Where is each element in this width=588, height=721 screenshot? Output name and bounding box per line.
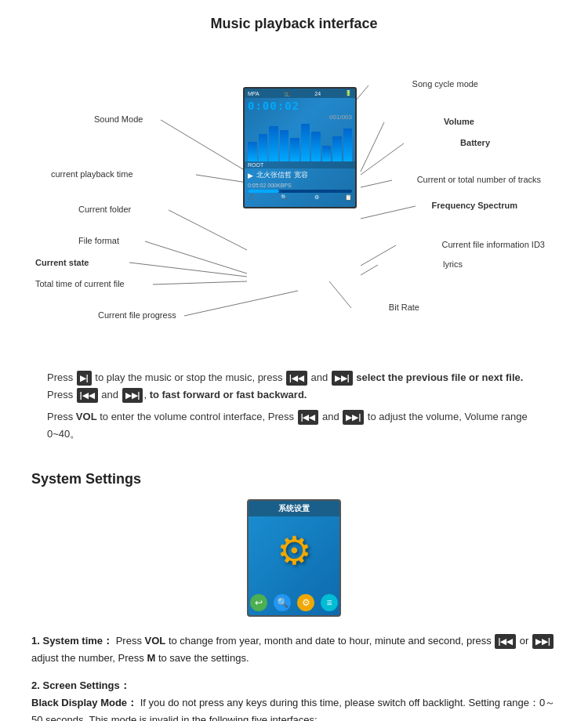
screen-volume-num: 24 bbox=[314, 91, 321, 96]
btn-next2: ▶▶| bbox=[122, 388, 143, 403]
eq-bar-2 bbox=[259, 134, 268, 161]
screen-top-bar: MPA 📺 24 🔋 bbox=[245, 89, 355, 98]
music-playback-title: Music playback interface bbox=[24, 16, 564, 32]
eq-bar-9 bbox=[332, 136, 342, 161]
svg-line-13 bbox=[361, 265, 378, 275]
screen-filename-text: 北火张信哲 宽容 bbox=[256, 170, 308, 180]
eq-bar-8 bbox=[322, 146, 332, 161]
svg-line-8 bbox=[361, 122, 384, 172]
system-item-2: 2. Screen Settings： Black Display Mode： … bbox=[31, 677, 557, 721]
eq-bar-1 bbox=[248, 142, 257, 161]
svg-line-0 bbox=[161, 120, 247, 172]
screen-time: 0:00:02 bbox=[245, 98, 355, 114]
label-freq-spectrum: Frequency Spectrum bbox=[432, 201, 517, 210]
btn-next: ▶▶| bbox=[332, 371, 353, 386]
screen-info-row: 0:05:02 000KBPS bbox=[245, 182, 355, 189]
progress-bar bbox=[248, 190, 352, 193]
equalizer-bars bbox=[245, 122, 355, 161]
btn-vol: VOL bbox=[76, 411, 97, 422]
item1-m-btn: M bbox=[147, 652, 155, 664]
sys-icon-back: ↩ bbox=[250, 594, 267, 611]
screen-icon-3: ⚙ bbox=[314, 194, 319, 201]
system-settings-image: 系统设置 ⚙ ↩ 🔍 ⚙ ≡ bbox=[247, 499, 341, 617]
label-song-cycle: Song cycle mode bbox=[412, 79, 478, 89]
eq-bar-10 bbox=[343, 129, 353, 161]
item1-vol-btn: VOL bbox=[145, 635, 166, 647]
screen-track: 001/003 bbox=[245, 114, 355, 121]
system-section-content: 1. System time： Press VOL to change from… bbox=[24, 632, 564, 721]
label-current-total: Current or total number of tracks bbox=[417, 175, 541, 184]
eq-bar-6 bbox=[301, 124, 310, 161]
sys-bottom-icons: ↩ 🔍 ⚙ ≡ bbox=[250, 594, 338, 611]
label-bit-rate: Bit Rate bbox=[389, 303, 419, 312]
label-total-time: Total time of current file bbox=[35, 279, 125, 288]
screen-file-icon: ▶ bbox=[248, 172, 253, 179]
item1-prev-btn: |◀◀ bbox=[495, 634, 516, 649]
system-settings-title: System Settings bbox=[24, 471, 564, 487]
sys-icon-settings: ⚙ bbox=[297, 594, 314, 611]
eq-bar-5 bbox=[290, 138, 299, 161]
svg-line-2 bbox=[169, 210, 247, 250]
btn-play: ▶| bbox=[77, 371, 92, 386]
instruction-bold-1: select the previous file or next file. bbox=[356, 371, 523, 383]
svg-line-10 bbox=[361, 180, 392, 187]
instructions-area: Press ▶| to play the music or stop the m… bbox=[24, 361, 564, 455]
btn-prev2: |◀◀ bbox=[77, 388, 98, 403]
svg-line-3 bbox=[145, 241, 247, 274]
svg-line-4 bbox=[129, 263, 247, 277]
sys-icon-list: ≡ bbox=[321, 594, 338, 611]
progress-fill bbox=[248, 190, 279, 193]
label-current-playback: current playback time bbox=[51, 169, 133, 179]
sys-title-bar: 系统设置 bbox=[249, 501, 339, 516]
screen-icon-4: 📋 bbox=[345, 194, 352, 201]
eq-bar-4 bbox=[280, 130, 289, 161]
svg-line-11 bbox=[361, 206, 416, 219]
label-file-progress: Current file progress bbox=[98, 310, 176, 320]
label-lyrics: lyrics bbox=[443, 259, 463, 269]
svg-line-5 bbox=[153, 281, 247, 284]
screen-battery-icon: 🔋 bbox=[345, 90, 352, 96]
label-file-format: File format bbox=[78, 236, 119, 245]
instruction-bold-2: to fast forward or fast backward. bbox=[150, 389, 307, 400]
label-volume: Volume bbox=[444, 117, 474, 126]
item2-label: Screen Settings： bbox=[42, 679, 129, 691]
instruction-line1: Press ▶| to play the music or stop the m… bbox=[47, 369, 541, 404]
label-current-state: Current state bbox=[35, 258, 89, 267]
svg-line-12 bbox=[361, 245, 396, 266]
screen-folder: ROOT bbox=[245, 161, 355, 168]
screen-format-icon: MPA bbox=[248, 91, 260, 96]
item1-label: System time： bbox=[42, 635, 113, 647]
eq-bar-3 bbox=[269, 126, 278, 161]
item2-number: 2. bbox=[31, 679, 42, 691]
sys-icon-search: 🔍 bbox=[274, 594, 291, 611]
svg-line-9 bbox=[361, 143, 404, 175]
instruction-line2: Press VOL to enter the volume control in… bbox=[47, 408, 541, 443]
btn-prev: |◀◀ bbox=[286, 371, 307, 386]
device-screen: MPA 📺 24 🔋 0:00:02 001/003 ROOT ▶ 北火张信哲 … bbox=[243, 87, 357, 208]
item1-number: 1. bbox=[31, 635, 42, 647]
item1-next-btn: ▶▶| bbox=[532, 634, 554, 649]
screen-icon-2: 🔍 bbox=[281, 194, 288, 201]
label-sound-mode: Sound Mode bbox=[94, 114, 143, 124]
screen-bottom-row: 🎵 🔍 ⚙ 📋 bbox=[245, 194, 355, 201]
eq-bar-7 bbox=[311, 132, 321, 161]
system-item-1: 1. System time： Press VOL to change from… bbox=[31, 632, 557, 667]
diagram-area: MPA 📺 24 🔋 0:00:02 001/003 ROOT ▶ 北火张信哲 … bbox=[24, 48, 564, 353]
screen-filename: ▶ 北火张信哲 宽容 bbox=[245, 168, 355, 182]
btn-prev3: |◀◀ bbox=[298, 410, 319, 425]
screen-tv-icon: 📺 bbox=[284, 90, 291, 96]
gear-icon: ⚙ bbox=[277, 528, 312, 574]
item2-sublabel: Black Display Mode： bbox=[31, 697, 137, 708]
label-current-folder: Current folder bbox=[78, 205, 131, 214]
btn-next3: ▶▶| bbox=[343, 410, 364, 425]
svg-line-14 bbox=[329, 281, 351, 308]
svg-line-6 bbox=[184, 291, 298, 316]
svg-line-1 bbox=[196, 175, 247, 183]
label-battery: Battery bbox=[460, 138, 490, 147]
screen-icon-1: 🎵 bbox=[248, 194, 255, 201]
label-file-info: Current file information ID3 bbox=[442, 240, 545, 249]
